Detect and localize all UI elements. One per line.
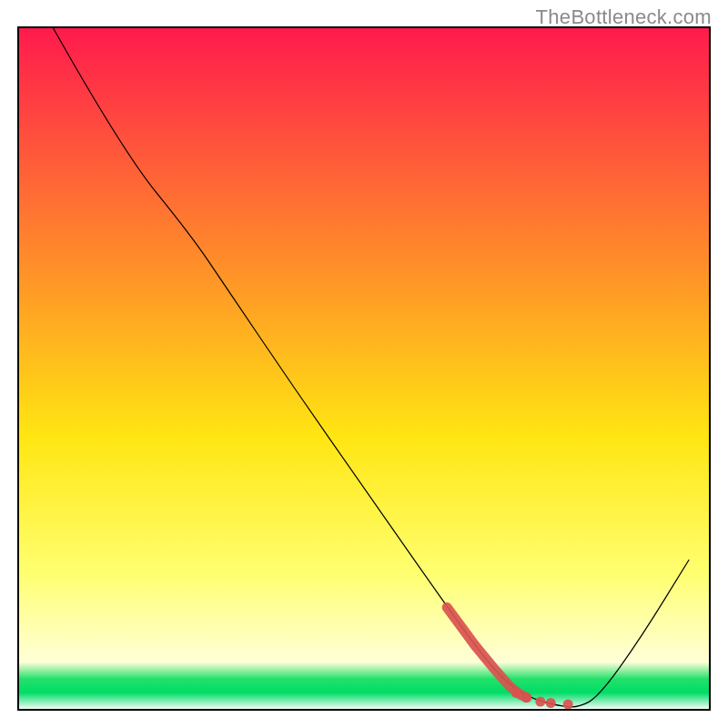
watermark-text: TheBottleneck.com [536, 5, 712, 29]
highlight-dot [521, 693, 531, 703]
highlight-dot [535, 697, 545, 707]
highlight-dot [563, 700, 573, 710]
highlight-dot [546, 698, 556, 708]
chart-container: TheBottleneck.com [0, 0, 728, 728]
plot-background [18, 27, 710, 710]
highlight-dot [511, 688, 521, 698]
chart-svg [0, 0, 728, 728]
